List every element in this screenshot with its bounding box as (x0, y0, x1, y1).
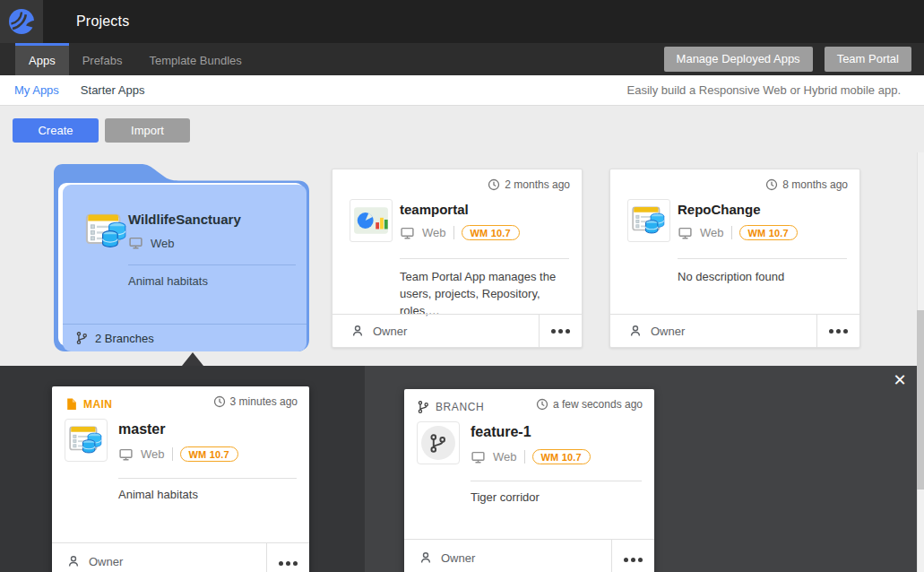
owner-label: Owner (441, 551, 475, 565)
owner-label: Owner (373, 325, 407, 338)
branch-card-feature-1[interactable]: BRANCH a few seconds ago feature-1 Web W… (404, 389, 654, 572)
platform-label: Web (151, 237, 175, 250)
manage-deployed-apps-button[interactable]: Manage Deployed Apps (664, 47, 813, 72)
divider (118, 478, 297, 479)
more-options-button[interactable] (266, 543, 309, 572)
clock-icon (765, 178, 778, 191)
pie-bar-chart-icon (350, 199, 393, 242)
git-branch-icon (417, 400, 430, 414)
branch-type-label: BRANCH (436, 401, 484, 413)
divider (400, 258, 569, 259)
project-title[interactable]: WildlifeSanctuary (128, 212, 241, 227)
close-icon[interactable]: ✕ (889, 369, 911, 391)
scrollbar-track[interactable] (917, 152, 924, 572)
owner-label-row: Owner (350, 315, 407, 347)
last-updated: a few seconds ago (536, 398, 643, 411)
separator (172, 447, 173, 461)
projects-page: Projects Apps Prefabs Template Bundles M… (0, 0, 924, 572)
owner-label-row: Owner (419, 540, 475, 572)
divider (128, 264, 296, 265)
project-description: Team Portal App manages the users, proje… (400, 268, 569, 319)
monitor-icon (400, 226, 415, 240)
project-card-teamportal[interactable]: 2 months ago teamportal Web WM 10.7 Team… (332, 169, 583, 348)
team-portal-button[interactable]: Team Portal (825, 47, 911, 72)
branch-name[interactable]: master (118, 421, 165, 438)
branch-card-master[interactable]: MAIN 3 minutes ago master Web WM 10.7 An… (52, 386, 309, 572)
monitor-icon (471, 450, 486, 464)
clock-icon (536, 398, 548, 411)
monitor-icon (678, 226, 693, 240)
person-icon (350, 324, 365, 338)
create-button[interactable]: Create (13, 118, 99, 143)
updated-time-label: a few seconds ago (553, 398, 643, 411)
project-description: No description found (678, 268, 847, 285)
subnav-hint-text: Easily build a Responsive Web or Hybrid … (627, 75, 901, 105)
sub-tabbar: My Apps Starter Apps Easily build a Resp… (0, 75, 924, 106)
monitor-icon (118, 447, 134, 462)
owner-label-row: Owner (66, 543, 123, 572)
owner-label: Owner (89, 555, 123, 568)
panel-pointer-arrow (182, 352, 203, 366)
project-description: Animal habitats (128, 274, 208, 288)
app-window-database-icon (65, 419, 108, 462)
scrollbar-thumb[interactable] (917, 310, 924, 490)
person-icon (419, 550, 433, 565)
person-icon (66, 554, 81, 568)
platform-version-badge: WM 10.7 (532, 449, 591, 464)
branches-footer[interactable]: 2 Branches (63, 324, 307, 351)
branch-description: Animal habitats (118, 488, 198, 501)
more-options-button[interactable] (611, 540, 654, 572)
card-footer: Owner (332, 314, 582, 347)
page-title: Projects (76, 0, 129, 43)
platform-label: Web (141, 447, 165, 461)
platform-label: Web (700, 226, 724, 239)
tab-starter-apps[interactable]: Starter Apps (81, 75, 145, 105)
branch-type-label: MAIN (83, 398, 112, 411)
platform-label: Web (422, 226, 446, 239)
person-icon (628, 324, 643, 338)
updated-time-label: 2 months ago (505, 178, 570, 191)
project-title[interactable]: RepoChange (678, 202, 761, 217)
branch-avatar (417, 421, 460, 464)
tab-prefabs[interactable]: Prefabs (69, 43, 136, 75)
folder-front-card: WildlifeSanctuary Web Animal habitats 2 … (63, 185, 307, 351)
owner-label-row: Owner (628, 315, 685, 347)
tab-apps[interactable]: Apps (15, 43, 69, 75)
updated-time-label: 3 minutes ago (230, 395, 298, 408)
updated-time-label: 8 months ago (782, 178, 848, 191)
document-icon (65, 397, 78, 411)
more-options-button[interactable] (816, 315, 859, 347)
clock-icon (488, 178, 500, 191)
tab-template-bundles[interactable]: Template Bundles (135, 43, 255, 75)
app-window-database-icon (83, 208, 130, 255)
app-header: Projects (0, 0, 924, 43)
card-footer: Owner (52, 542, 309, 572)
clock-icon (213, 395, 226, 408)
card-footer: Owner (404, 539, 654, 572)
project-card-repochange[interactable]: 8 months ago RepoChange Web WM 10.7 No d… (609, 169, 860, 348)
owner-label: Owner (651, 325, 685, 338)
branches-panel: ✕ MAIN 3 minutes ago master Web WM 10.7 (0, 366, 924, 572)
separator (524, 450, 525, 464)
git-branch-icon (428, 433, 448, 454)
branch-name[interactable]: feature-1 (471, 424, 531, 440)
branch-description: Tiger corridor (471, 490, 540, 504)
last-updated: 8 months ago (765, 178, 848, 191)
tab-my-apps[interactable]: My Apps (14, 75, 59, 105)
app-window-database-icon (627, 199, 670, 242)
platform-version-badge: WM 10.7 (739, 225, 798, 240)
import-button[interactable]: Import (105, 118, 190, 143)
project-card-wildlifesanctuary[interactable]: WildlifeSanctuary Web Animal habitats 2 … (54, 164, 309, 351)
separator (453, 226, 454, 239)
git-branch-icon (75, 331, 89, 345)
project-title[interactable]: teamportal (400, 202, 469, 217)
logo-block[interactable] (0, 0, 43, 43)
last-updated: 3 minutes ago (213, 395, 298, 408)
divider (678, 258, 847, 259)
platform-version-badge: WM 10.7 (462, 225, 520, 240)
platform-label: Web (493, 450, 517, 464)
more-options-button[interactable] (539, 315, 582, 347)
divider (471, 481, 642, 481)
last-updated: 2 months ago (488, 178, 570, 191)
separator (731, 226, 732, 239)
